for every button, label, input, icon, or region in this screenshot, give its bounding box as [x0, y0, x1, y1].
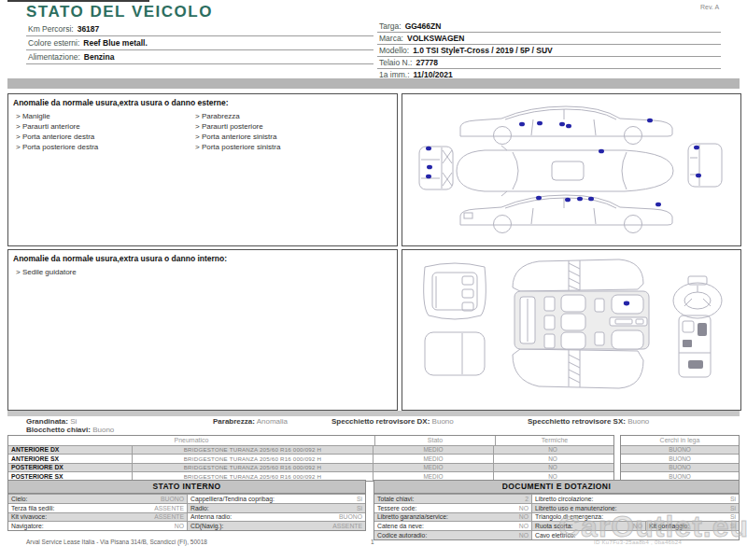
anomaly-item: > Maniglie	[16, 111, 98, 121]
exterior-car-diagram	[402, 94, 739, 244]
blocchetto-chiavi-status: Blocchetto chiavi: Buono	[26, 426, 114, 434]
colore-esterni-row: Colore esterni:Reef Blue metall.	[26, 36, 374, 50]
cerchi-row: BUONO	[621, 463, 739, 472]
anomaly-item: > Porta posteriore destra	[16, 142, 98, 152]
document-id: ID Ku7Fu3-25aa8b4 , 0ba46b24	[594, 539, 682, 545]
alimentazione-row: Alimentazione:Benzina	[26, 50, 374, 64]
col-header-stato: Stato	[374, 436, 495, 445]
interior-diagram-box	[402, 249, 741, 411]
targa-row: Targa:GG466ZN	[377, 21, 721, 33]
tyre-table-header: Pneumatico Stato Termiche	[8, 436, 613, 445]
interior-anomalies-box: Anomalie da normale usura,extra usura o …	[7, 249, 398, 411]
grandinata-status: Grandinata: Si	[26, 417, 77, 426]
stato-interno-title: STATO INTERNO	[8, 481, 365, 494]
cerchi-row: BUONO	[621, 445, 739, 455]
exterior-anomalies-col1: > Maniglie > Paraurti anteriore > Porta …	[16, 111, 98, 152]
anomaly-item: > Parabrezza	[195, 111, 280, 121]
specchietto-sx-status: Specchietto retrovisore SX: Buono	[528, 417, 649, 426]
tyre-row: POSTERIORE DX BRIDGESTONE TURANZA 205/60…	[8, 463, 613, 472]
damage-markers	[624, 301, 629, 306]
telaio-row: Telaio N.:27778	[377, 57, 721, 69]
col-header-pneumatico: Pneumatico	[8, 436, 374, 445]
marca-row: Marca:VOLKSWAGEN	[377, 33, 721, 45]
documenti-title: DOCUMENTI E DOTAZIONI	[374, 481, 739, 494]
tyre-row: ANTERIORE DX BRIDGESTONE TURANZA 205/60 …	[8, 445, 613, 455]
km-percorsi-row: Km Percorsi:36187	[26, 22, 374, 36]
anomaly-item: > Paraurti posteriore	[195, 121, 280, 132]
interior-car-diagram	[402, 250, 739, 408]
footer-page-number: 1	[371, 539, 374, 545]
tyre-table: Pneumatico Stato Termiche ANTERIORE DX B…	[7, 435, 614, 482]
col-header-termiche: Termiche	[495, 436, 613, 445]
anomaly-item: > Porta anteriore sinistra	[195, 132, 280, 142]
interior-anomalies-list: > Sedile guidatore	[16, 267, 77, 277]
anomaly-item: > Sedile guidatore	[16, 267, 77, 277]
anomaly-item: > Paraurti anteriore	[16, 121, 98, 132]
exterior-anomalies-col2: > Parabrezza > Paraurti posteriore > Por…	[195, 111, 280, 152]
cerchi-table: Cerchi in lega BUONO BUONO BUONO BUONO	[620, 435, 740, 482]
exterior-diagram-box	[402, 93, 741, 246]
table-row: Cielo:BUONO Cappelliera/Tendina copribag…	[8, 494, 365, 503]
vehicle-status-report: STATO DEL VEICOLO Rev. A Km Percorsi:361…	[0, 0, 747, 560]
table-row: Kit vivavoce:ASSENTE Antenna radio:BUONO	[8, 512, 365, 522]
damage-markers	[426, 119, 701, 207]
anomaly-item: > Porta posteriore sinistra	[195, 142, 280, 152]
page-title: STATO DEL VEICOLO	[26, 3, 213, 21]
vehicle-info-right: Targa:GG466ZN Marca:VOLKSWAGEN Modello:1…	[377, 21, 721, 81]
modello-row: Modello:1.0 TSI StyleT-Cross / 2019 / 5P…	[377, 45, 721, 57]
cerchi-row: BUONO	[621, 454, 739, 463]
section-divider-bar	[7, 78, 740, 89]
vehicle-info-left: Km Percorsi:36187 Colore esterni:Reef Bl…	[26, 22, 374, 64]
table-row: Terza fila sedili:ASSENTE Radio:Si	[8, 503, 365, 512]
interior-anomalies-title: Anomalie da normale usura,extra usura o …	[8, 250, 397, 265]
table-row: Navigatore:NO CD(Navig.):ASSENTE	[8, 521, 365, 530]
cerchi-header: Cerchi in lega	[621, 436, 739, 445]
parabrezza-status: Parabrezza: Anomalia	[213, 417, 288, 426]
specchietto-dx-status: Specchietto retrovisore DX: Buono	[331, 417, 454, 426]
section-divider-bar-2	[7, 411, 740, 416]
anomaly-item: > Porta anteriore destra	[16, 132, 98, 142]
col-header-cerchi: Cerchi in lega	[621, 436, 739, 445]
stato-interno-table: STATO INTERNO Cielo:BUONO Cappelliera/Te…	[7, 480, 366, 531]
exterior-anomalies-box: Anomalie da normale usura,extra usura o …	[7, 93, 398, 246]
tyre-row: ANTERIORE SX BRIDGESTONE TURANZA 205/60 …	[8, 454, 613, 463]
revision-label: Rev. A	[700, 4, 719, 10]
exterior-anomalies-title: Anomalie da normale usura,extra usura o …	[8, 94, 397, 109]
footer-company: Arval Service Lease Italia - Via Pisana …	[26, 539, 207, 545]
scan-edge-artifact	[7, 0, 149, 2]
table-row: Totale chiavi:2 Libretto circolazione:Si	[374, 494, 739, 503]
